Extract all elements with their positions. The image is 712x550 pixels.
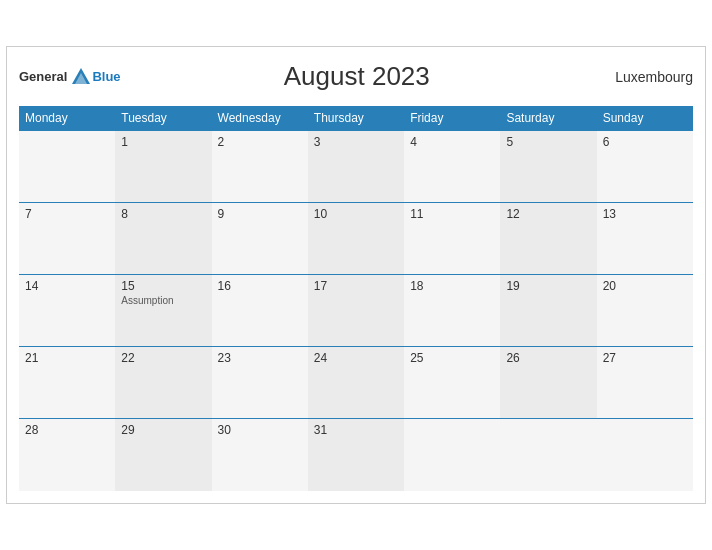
day-number: 20 [603, 279, 687, 293]
calendar-cell: 20 [597, 275, 693, 347]
calendar-cell [500, 419, 596, 491]
calendar-cell: 14 [19, 275, 115, 347]
weekday-header-tuesday: Tuesday [115, 106, 211, 131]
calendar-cell: 13 [597, 203, 693, 275]
calendar-cell: 8 [115, 203, 211, 275]
day-number: 7 [25, 207, 109, 221]
calendar-cell: 5 [500, 131, 596, 203]
calendar-cell: 4 [404, 131, 500, 203]
calendar-week-row: 21222324252627 [19, 347, 693, 419]
calendar-cell: 25 [404, 347, 500, 419]
day-number: 16 [218, 279, 302, 293]
calendar-cell: 31 [308, 419, 404, 491]
day-number: 22 [121, 351, 205, 365]
day-number: 30 [218, 423, 302, 437]
day-number: 10 [314, 207, 398, 221]
day-number: 24 [314, 351, 398, 365]
weekday-header-wednesday: Wednesday [212, 106, 308, 131]
weekday-header-sunday: Sunday [597, 106, 693, 131]
day-number: 29 [121, 423, 205, 437]
day-number: 17 [314, 279, 398, 293]
calendar-cell [404, 419, 500, 491]
calendar-cell: 23 [212, 347, 308, 419]
day-number: 8 [121, 207, 205, 221]
calendar-cell: 28 [19, 419, 115, 491]
day-number: 6 [603, 135, 687, 149]
day-number: 15 [121, 279, 205, 293]
calendar-cell: 9 [212, 203, 308, 275]
day-number: 14 [25, 279, 109, 293]
calendar-cell: 15Assumption [115, 275, 211, 347]
day-number: 1 [121, 135, 205, 149]
calendar-grid: MondayTuesdayWednesdayThursdayFridaySatu… [19, 106, 693, 491]
calendar-title: August 2023 [121, 61, 593, 92]
calendar-cell: 24 [308, 347, 404, 419]
calendar-week-row: 1415Assumption1617181920 [19, 275, 693, 347]
calendar-cell: 11 [404, 203, 500, 275]
calendar-cell: 19 [500, 275, 596, 347]
calendar-cell: 21 [19, 347, 115, 419]
day-number: 13 [603, 207, 687, 221]
calendar-cell: 2 [212, 131, 308, 203]
weekday-header-friday: Friday [404, 106, 500, 131]
day-number: 5 [506, 135, 590, 149]
calendar-header: General Blue August 2023 Luxembourg [19, 57, 693, 96]
logo-icon [70, 66, 92, 88]
holiday-label: Assumption [121, 295, 205, 306]
day-number: 2 [218, 135, 302, 149]
day-number: 21 [25, 351, 109, 365]
calendar-cell: 22 [115, 347, 211, 419]
calendar-cell: 18 [404, 275, 500, 347]
day-number: 31 [314, 423, 398, 437]
calendar-container: General Blue August 2023 Luxembourg Mond… [6, 46, 706, 504]
calendar-cell: 12 [500, 203, 596, 275]
calendar-cell: 1 [115, 131, 211, 203]
weekday-header-monday: Monday [19, 106, 115, 131]
calendar-week-row: 78910111213 [19, 203, 693, 275]
day-number: 11 [410, 207, 494, 221]
logo-blue-text: Blue [92, 69, 120, 84]
day-number: 26 [506, 351, 590, 365]
day-number: 25 [410, 351, 494, 365]
country-label: Luxembourg [593, 69, 693, 85]
logo-general-text: General [19, 69, 67, 84]
calendar-cell: 26 [500, 347, 596, 419]
day-number: 19 [506, 279, 590, 293]
calendar-cell: 6 [597, 131, 693, 203]
day-number: 4 [410, 135, 494, 149]
calendar-cell: 3 [308, 131, 404, 203]
calendar-cell: 29 [115, 419, 211, 491]
weekday-header-row: MondayTuesdayWednesdayThursdayFridaySatu… [19, 106, 693, 131]
calendar-cell: 17 [308, 275, 404, 347]
day-number: 12 [506, 207, 590, 221]
calendar-cell: 30 [212, 419, 308, 491]
calendar-cell: 16 [212, 275, 308, 347]
logo: General Blue [19, 66, 121, 88]
day-number: 9 [218, 207, 302, 221]
calendar-cell [597, 419, 693, 491]
calendar-cell [19, 131, 115, 203]
day-number: 18 [410, 279, 494, 293]
calendar-week-row: 123456 [19, 131, 693, 203]
day-number: 27 [603, 351, 687, 365]
day-number: 28 [25, 423, 109, 437]
day-number: 3 [314, 135, 398, 149]
calendar-cell: 7 [19, 203, 115, 275]
weekday-header-thursday: Thursday [308, 106, 404, 131]
calendar-cell: 10 [308, 203, 404, 275]
calendar-cell: 27 [597, 347, 693, 419]
weekday-header-saturday: Saturday [500, 106, 596, 131]
calendar-week-row: 28293031 [19, 419, 693, 491]
day-number: 23 [218, 351, 302, 365]
